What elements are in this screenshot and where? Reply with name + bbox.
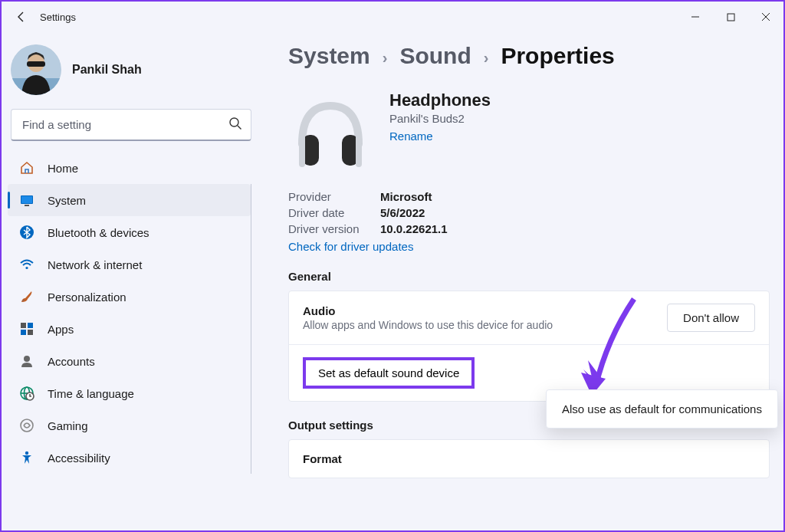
home-icon	[18, 159, 35, 176]
user-profile[interactable]: Pankil Shah	[8, 38, 255, 109]
sidebar-item-label: Accessibility	[48, 452, 110, 465]
breadcrumb: System › Sound › Properties	[288, 43, 770, 69]
audio-desc: Allow apps and Windows to use this devic…	[303, 319, 655, 331]
window-title: Settings	[40, 11, 76, 23]
search-icon	[228, 117, 242, 133]
svg-rect-17	[28, 323, 33, 328]
brush-icon	[18, 288, 35, 305]
sidebar-item-label: Time & language	[48, 387, 134, 400]
device-subtitle: Pankil's Buds2	[389, 112, 491, 125]
person-icon	[18, 353, 35, 369]
sidebar-item-accessibility[interactable]: Accessibility	[8, 442, 251, 474]
svg-rect-16	[21, 323, 26, 328]
svg-rect-12	[21, 196, 32, 203]
apps-icon	[18, 320, 35, 337]
sidebar-item-label: Bluetooth & devices	[48, 226, 149, 239]
check-updates-link[interactable]: Check for driver updates	[288, 240, 770, 253]
set-default-sound-device[interactable]: Set as default sound device	[303, 357, 475, 389]
svg-rect-29	[299, 133, 305, 167]
sidebar-item-gaming[interactable]: Gaming	[8, 409, 251, 442]
sidebar-item-system[interactable]: System	[8, 184, 251, 216]
back-button[interactable]	[9, 5, 34, 29]
sidebar-item-label: System	[48, 194, 86, 207]
svg-line-10	[238, 126, 241, 130]
general-heading: General	[288, 270, 770, 283]
search-input[interactable]	[11, 109, 251, 141]
sidebar-item-time[interactable]: Time & language	[8, 377, 251, 409]
sidebar-item-network[interactable]: Network & internet	[8, 248, 251, 281]
audio-panel: Audio Allow apps and Windows to use this…	[288, 291, 770, 402]
device-title: Headphones	[389, 90, 491, 110]
sidebar-item-personalization[interactable]: Personalization	[8, 281, 251, 313]
svg-rect-18	[21, 330, 26, 335]
dont-allow-button[interactable]: Don't allow	[667, 304, 755, 332]
format-panel[interactable]: Format	[288, 439, 770, 478]
sidebar-item-label: Apps	[48, 323, 74, 336]
svg-rect-13	[25, 205, 29, 206]
provider-label: Provider	[288, 190, 373, 203]
format-title: Format	[303, 452, 342, 465]
chevron-right-icon: ›	[383, 49, 388, 67]
svg-rect-8	[27, 61, 45, 67]
sidebar-item-label: Gaming	[48, 419, 88, 432]
breadcrumb-system[interactable]: System	[288, 43, 370, 69]
svg-point-26	[25, 452, 28, 455]
sidebar-item-apps[interactable]: Apps	[8, 313, 251, 345]
sidebar-item-bluetooth[interactable]: Bluetooth & devices	[8, 216, 251, 248]
driver-date-value: 5/6/2022	[380, 206, 425, 219]
driver-date-label: Driver date	[288, 206, 373, 219]
annotation-tooltip[interactable]: Also use as default for communications	[546, 389, 778, 429]
svg-point-9	[230, 118, 238, 126]
headphones-icon	[288, 90, 373, 175]
globe-clock-icon	[18, 385, 35, 402]
sidebar-item-label: Personalization	[48, 291, 126, 304]
close-button[interactable]	[748, 2, 783, 32]
maximize-button[interactable]	[713, 2, 748, 32]
chevron-right-icon: ›	[484, 49, 489, 67]
driver-version-label: Driver version	[288, 222, 373, 235]
svg-point-20	[24, 356, 30, 362]
provider-value: Microsoft	[380, 190, 432, 203]
breadcrumb-properties: Properties	[501, 43, 614, 69]
bluetooth-icon	[18, 224, 35, 241]
breadcrumb-sound[interactable]: Sound	[399, 43, 471, 69]
svg-rect-30	[356, 133, 362, 167]
sidebar-item-accounts[interactable]: Accounts	[8, 345, 251, 377]
driver-version-value: 10.0.22621.1	[380, 222, 448, 235]
avatar	[11, 44, 61, 95]
sidebar-item-label: Home	[48, 162, 78, 175]
system-icon	[18, 192, 35, 209]
svg-rect-19	[28, 330, 33, 335]
minimize-button[interactable]	[678, 2, 713, 32]
sidebar-item-label: Network & internet	[48, 258, 142, 271]
gaming-icon	[18, 417, 35, 434]
svg-rect-1	[728, 14, 734, 21]
sidebar-item-label: Accounts	[48, 355, 95, 368]
accessibility-icon	[18, 449, 35, 466]
sidebar-item-home[interactable]: Home	[8, 152, 251, 184]
audio-title: Audio	[303, 304, 655, 317]
wifi-icon	[18, 256, 35, 273]
svg-point-15	[25, 267, 28, 269]
svg-point-25	[21, 419, 33, 432]
rename-link[interactable]: Rename	[389, 130, 491, 143]
user-name: Pankil Shah	[72, 63, 142, 77]
